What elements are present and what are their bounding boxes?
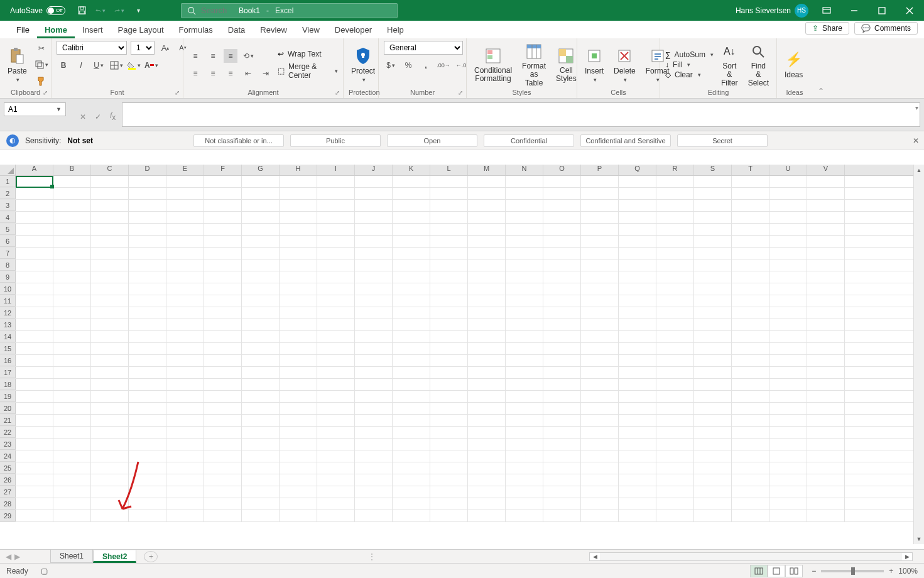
cell[interactable] [204,259,242,271]
decrease-indent-icon[interactable]: ⇤ [241,67,255,80]
cell[interactable] [732,439,769,450]
cell[interactable] [317,236,355,247]
cell[interactable] [129,271,166,283]
cell[interactable] [317,212,355,223]
sheet-next-icon[interactable]: ▶ [14,552,20,561]
align-center-icon[interactable]: ≡ [206,67,220,80]
cell[interactable] [129,367,166,378]
cell[interactable] [16,307,53,319]
cell[interactable] [53,439,91,450]
cell[interactable] [619,236,656,247]
sensitivity-option-not-classifiable[interactable]: Not classifiable or in... [193,134,284,147]
cell[interactable] [204,176,242,187]
cell[interactable] [506,379,543,390]
cell[interactable] [581,379,619,390]
cell[interactable] [656,307,694,319]
cell[interactable] [506,474,543,486]
cell[interactable] [393,474,430,486]
align-middle-icon[interactable]: ≡ [206,49,220,63]
column-header-B[interactable]: B [53,165,91,175]
cell[interactable] [769,462,807,474]
cell[interactable] [317,248,355,259]
cell[interactable] [242,331,280,342]
cell[interactable] [242,283,280,295]
cell[interactable] [355,283,393,295]
cell[interactable] [53,188,91,199]
cell[interactable] [242,450,280,462]
cell[interactable] [166,271,204,283]
cell[interactable] [581,498,619,510]
cell[interactable] [468,367,506,378]
cell[interactable] [204,343,242,354]
cell[interactable] [581,236,619,247]
cell[interactable] [732,307,769,319]
cell[interactable] [91,283,129,295]
cell[interactable] [506,319,543,330]
cell[interactable] [619,188,656,199]
sensitivity-option-open[interactable]: Open [387,134,477,147]
cell[interactable] [506,307,543,319]
cell[interactable] [355,510,393,521]
cell[interactable] [242,439,280,450]
cell[interactable] [807,331,845,342]
cell[interactable] [129,331,166,342]
autosum-button[interactable]: ∑AutoSum▾ [665,50,714,59]
cell[interactable] [317,343,355,354]
cell[interactable] [619,295,656,307]
cell[interactable] [656,450,694,462]
cell[interactable] [166,283,204,295]
cell[interactable] [807,307,845,319]
cell[interactable] [430,331,468,342]
conditional-formatting-button[interactable]: Conditional Formatting [472,45,514,84]
cell[interactable] [732,200,769,211]
cell[interactable] [543,212,581,223]
cell[interactable] [53,248,91,259]
cell[interactable] [166,367,204,378]
cell[interactable] [242,474,280,486]
row-header-22[interactable]: 22 [0,427,16,438]
cell[interactable] [769,200,807,211]
ideas-button[interactable]: ⚡Ideas [782,49,805,80]
cell[interactable] [242,427,280,438]
cell[interactable] [506,510,543,521]
cell[interactable] [619,224,656,235]
cell[interactable] [204,367,242,378]
cell[interactable] [280,415,317,426]
cell[interactable] [506,200,543,211]
cell[interactable] [53,427,91,438]
cell[interactable] [430,498,468,510]
cell[interactable] [16,391,53,402]
cell[interactable] [355,379,393,390]
expand-formula-bar-icon[interactable]: ▾ [915,104,918,111]
cell[interactable] [393,391,430,402]
cell[interactable] [91,331,129,342]
cell[interactable] [468,176,506,187]
sensitivity-option-public[interactable]: Public [290,134,381,147]
cell[interactable] [694,439,732,450]
cell[interactable] [656,248,694,259]
cell[interactable] [694,462,732,474]
cell[interactable] [430,176,468,187]
cell[interactable] [543,248,581,259]
cell[interactable] [656,355,694,366]
cell[interactable] [807,248,845,259]
cell[interactable] [317,331,355,342]
cell[interactable] [468,403,506,414]
name-box[interactable]: A1▼ [4,102,66,116]
cell[interactable] [129,462,166,474]
cell[interactable] [506,427,543,438]
cell[interactable] [694,236,732,247]
cell[interactable] [166,415,204,426]
cell[interactable] [468,188,506,199]
cell[interactable] [53,462,91,474]
cell[interactable] [166,498,204,510]
cell[interactable] [506,498,543,510]
cell[interactable] [166,379,204,390]
cell[interactable] [204,415,242,426]
cell[interactable] [468,283,506,295]
cell[interactable] [468,391,506,402]
cell[interactable] [53,176,91,187]
cell[interactable] [280,236,317,247]
cell[interactable] [732,391,769,402]
view-page-break-icon[interactable] [785,565,803,577]
